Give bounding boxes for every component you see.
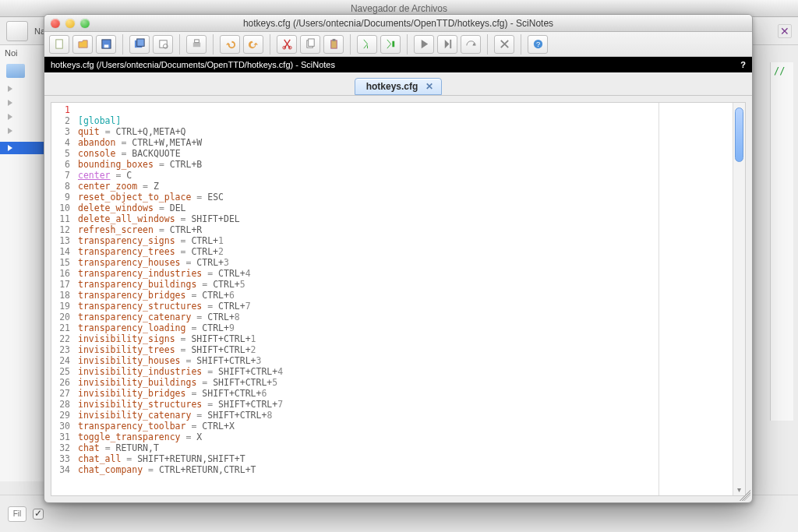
print-preview-icon[interactable] [153, 35, 173, 54]
cut-icon[interactable] [277, 35, 297, 54]
step-over-icon[interactable] [461, 35, 481, 54]
new-file-icon[interactable] [49, 35, 69, 54]
preferences-icon[interactable] [494, 35, 514, 54]
svg-rect-13 [330, 41, 337, 48]
svg-rect-7 [192, 43, 200, 48]
toolbar-separator [179, 34, 180, 55]
titlebar[interactable]: hotkeys.cfg (/Users/ontecnia/Documents/O… [44, 15, 752, 32]
bg-sidebar: Noi [0, 45, 47, 481]
bg-close-icon[interactable]: ✕ [778, 24, 792, 38]
disclosure-icon[interactable] [8, 128, 12, 134]
open-file-icon[interactable] [72, 35, 93, 54]
redo-icon[interactable] [243, 35, 263, 54]
run-to-icon[interactable] [380, 35, 401, 54]
svg-rect-4 [136, 39, 143, 46]
copy-icon[interactable] [300, 35, 320, 54]
minimize-window-icon[interactable] [65, 19, 75, 28]
line-gutter: 1234567891011121314151617181920212223242… [51, 103, 73, 495]
svg-rect-2 [104, 44, 108, 48]
bg-slashes: // [774, 65, 785, 76]
editor[interactable]: 1234567891011121314151617181920212223242… [51, 102, 746, 496]
play-icon[interactable] [414, 35, 434, 54]
svg-rect-14 [332, 39, 335, 41]
tab-bar: hotkeys.cfg ✕ [44, 72, 752, 96]
bg-fil-label: Fil [8, 506, 26, 522]
paste-icon[interactable] [323, 35, 344, 54]
window-controls [51, 19, 90, 28]
scroll-thumb[interactable] [735, 107, 743, 162]
toolbar-separator [270, 34, 270, 55]
bg-back-button[interactable] [6, 21, 28, 41]
path-text: hotkeys.cfg (/Users/ontecnia/Documents/O… [51, 60, 335, 69]
bg-checkbox[interactable] [33, 509, 44, 520]
svg-rect-15 [392, 41, 394, 48]
tab-close-icon[interactable]: ✕ [425, 81, 433, 92]
file-tab-hotkeys[interactable]: hotkeys.cfg ✕ [355, 78, 443, 95]
svg-rect-16 [450, 40, 451, 48]
save-all-icon[interactable] [129, 35, 150, 54]
step-icon[interactable] [437, 35, 457, 54]
path-strip: hotkeys.cfg (/Users/ontecnia/Documents/O… [44, 57, 752, 72]
toolbar-separator [122, 34, 123, 55]
code-area[interactable]: [global] quit = CTRL+Q,META+Q abandon = … [73, 103, 733, 495]
run-icon[interactable] [357, 35, 377, 54]
svg-text:?: ? [535, 41, 539, 48]
disclosure-icon[interactable] [8, 100, 12, 106]
disclosure-icon[interactable] [8, 114, 12, 120]
vertical-scrollbar[interactable]: ▾ [733, 103, 745, 495]
print-icon[interactable] [186, 35, 207, 54]
zoom-window-icon[interactable] [80, 19, 90, 28]
bg-noi-label: Noi [0, 45, 46, 61]
folder-icon[interactable] [6, 64, 25, 78]
help-indicator-icon[interactable]: ? [740, 60, 746, 69]
toolbar-separator [350, 34, 351, 55]
disclosure-icon[interactable] [8, 86, 12, 92]
toolbar-separator [213, 34, 214, 55]
window-title: hotkeys.cfg (/Users/ontecnia/Documents/O… [44, 18, 752, 29]
close-window-icon[interactable] [51, 19, 60, 28]
svg-rect-0 [55, 40, 62, 48]
svg-rect-12 [308, 39, 314, 46]
scinotes-window: hotkeys.cfg (/Users/ontecnia/Documents/O… [44, 14, 753, 503]
bg-right-panel: // [770, 62, 793, 421]
toolbar-separator [521, 34, 521, 55]
undo-icon[interactable] [220, 35, 240, 54]
tab-label: hotkeys.cfg [366, 81, 418, 92]
help-icon[interactable]: ? [528, 35, 548, 54]
resize-grip-icon[interactable] [740, 490, 750, 501]
toolbar-separator [407, 34, 408, 55]
toolbar: ? [44, 32, 752, 57]
svg-rect-8 [194, 40, 199, 43]
toolbar-separator [487, 34, 488, 55]
save-icon[interactable] [96, 35, 116, 54]
